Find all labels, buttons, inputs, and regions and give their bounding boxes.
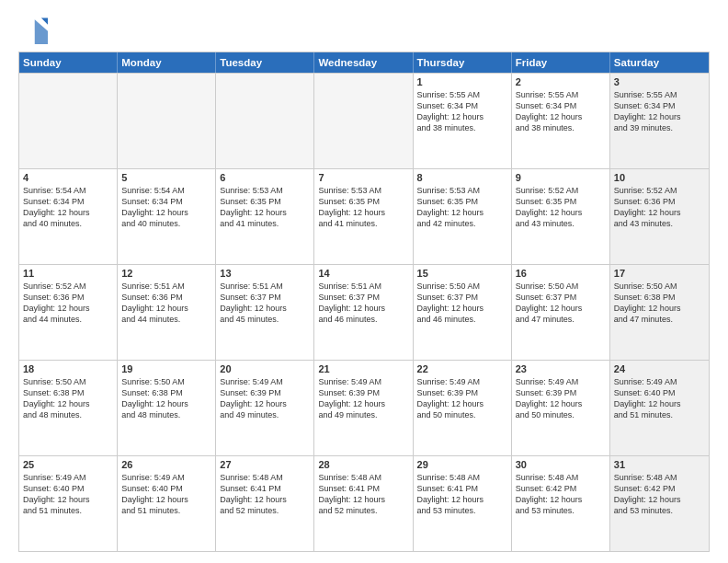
day-number: 16	[516, 268, 606, 279]
cal-cell-day-28: 28Sunrise: 5:48 AM Sunset: 6:41 PM Dayli…	[314, 456, 413, 551]
day-number: 6	[220, 172, 310, 183]
cal-cell-empty	[314, 74, 413, 168]
header	[18, 15, 710, 44]
cell-info: Sunrise: 5:51 AM Sunset: 6:37 PM Dayligh…	[318, 281, 408, 326]
calendar: SundayMondayTuesdayWednesdayThursdayFrid…	[18, 52, 710, 552]
cal-cell-day-20: 20Sunrise: 5:49 AM Sunset: 6:39 PM Dayli…	[216, 361, 314, 455]
day-number: 21	[318, 363, 408, 374]
day-number: 4	[23, 172, 113, 183]
cal-cell-day-11: 11Sunrise: 5:52 AM Sunset: 6:36 PM Dayli…	[19, 265, 118, 360]
cal-cell-day-14: 14Sunrise: 5:51 AM Sunset: 6:37 PM Dayli…	[314, 265, 413, 360]
cal-cell-day-18: 18Sunrise: 5:50 AM Sunset: 6:38 PM Dayli…	[19, 361, 118, 455]
day-number: 8	[417, 172, 507, 183]
cal-cell-day-19: 19Sunrise: 5:50 AM Sunset: 6:38 PM Dayli…	[118, 361, 216, 455]
cal-cell-day-21: 21Sunrise: 5:49 AM Sunset: 6:39 PM Dayli…	[314, 361, 413, 455]
cell-info: Sunrise: 5:49 AM Sunset: 6:39 PM Dayligh…	[318, 376, 408, 421]
cal-cell-day-15: 15Sunrise: 5:50 AM Sunset: 6:37 PM Dayli…	[414, 265, 512, 360]
calendar-header-row: SundayMondayTuesdayWednesdayThursdayFrid…	[19, 52, 709, 73]
cell-info: Sunrise: 5:52 AM Sunset: 6:36 PM Dayligh…	[23, 281, 113, 326]
cal-cell-day-26: 26Sunrise: 5:49 AM Sunset: 6:40 PM Dayli…	[118, 456, 216, 551]
cal-cell-day-27: 27Sunrise: 5:48 AM Sunset: 6:41 PM Dayli…	[216, 456, 314, 551]
day-number: 26	[121, 459, 211, 470]
cell-info: Sunrise: 5:49 AM Sunset: 6:40 PM Dayligh…	[23, 472, 113, 517]
cal-header-wednesday: Wednesday	[314, 52, 413, 73]
cell-info: Sunrise: 5:54 AM Sunset: 6:34 PM Dayligh…	[121, 185, 211, 230]
calendar-body: 1Sunrise: 5:55 AM Sunset: 6:34 PM Daylig…	[19, 73, 709, 551]
cell-info: Sunrise: 5:53 AM Sunset: 6:35 PM Dayligh…	[220, 185, 310, 230]
day-number: 28	[318, 459, 408, 470]
day-number: 10	[614, 172, 705, 183]
day-number: 12	[121, 268, 211, 279]
cal-cell-day-17: 17Sunrise: 5:50 AM Sunset: 6:38 PM Dayli…	[610, 265, 709, 360]
day-number: 19	[121, 363, 211, 374]
day-number: 9	[516, 172, 606, 183]
day-number: 5	[121, 172, 211, 183]
cal-cell-day-3: 3Sunrise: 5:55 AM Sunset: 6:34 PM Daylig…	[610, 74, 709, 168]
cal-cell-day-24: 24Sunrise: 5:49 AM Sunset: 6:40 PM Dayli…	[610, 361, 709, 455]
cal-cell-empty	[216, 74, 314, 168]
day-number: 13	[220, 268, 310, 279]
cal-header-thursday: Thursday	[414, 52, 512, 73]
cell-info: Sunrise: 5:48 AM Sunset: 6:41 PM Dayligh…	[318, 472, 408, 517]
cal-cell-day-10: 10Sunrise: 5:52 AM Sunset: 6:36 PM Dayli…	[610, 169, 709, 264]
cal-cell-empty	[19, 74, 118, 168]
cal-cell-day-6: 6Sunrise: 5:53 AM Sunset: 6:35 PM Daylig…	[216, 169, 314, 264]
cal-cell-day-16: 16Sunrise: 5:50 AM Sunset: 6:37 PM Dayli…	[512, 265, 610, 360]
day-number: 30	[516, 459, 606, 470]
cal-row-2: 11Sunrise: 5:52 AM Sunset: 6:36 PM Dayli…	[19, 264, 709, 360]
cal-cell-day-29: 29Sunrise: 5:48 AM Sunset: 6:41 PM Dayli…	[414, 456, 512, 551]
cal-row-1: 4Sunrise: 5:54 AM Sunset: 6:34 PM Daylig…	[19, 168, 709, 264]
cal-cell-day-13: 13Sunrise: 5:51 AM Sunset: 6:37 PM Dayli…	[216, 265, 314, 360]
cell-info: Sunrise: 5:49 AM Sunset: 6:39 PM Dayligh…	[516, 376, 606, 421]
cell-info: Sunrise: 5:49 AM Sunset: 6:40 PM Dayligh…	[121, 472, 211, 517]
cell-info: Sunrise: 5:54 AM Sunset: 6:34 PM Dayligh…	[23, 185, 113, 230]
day-number: 23	[516, 363, 606, 374]
page: SundayMondayTuesdayWednesdayThursdayFrid…	[0, 0, 728, 563]
logo-icon	[18, 15, 48, 44]
day-number: 17	[614, 268, 705, 279]
cell-info: Sunrise: 5:48 AM Sunset: 6:42 PM Dayligh…	[516, 472, 606, 517]
cal-header-sunday: Sunday	[19, 52, 118, 73]
cal-cell-day-5: 5Sunrise: 5:54 AM Sunset: 6:34 PM Daylig…	[118, 169, 216, 264]
cell-info: Sunrise: 5:52 AM Sunset: 6:36 PM Dayligh…	[614, 185, 705, 230]
day-number: 22	[417, 363, 507, 374]
day-number: 2	[516, 76, 606, 87]
cal-cell-day-22: 22Sunrise: 5:49 AM Sunset: 6:39 PM Dayli…	[414, 361, 512, 455]
cell-info: Sunrise: 5:53 AM Sunset: 6:35 PM Dayligh…	[417, 185, 507, 230]
day-number: 7	[318, 172, 408, 183]
cal-row-0: 1Sunrise: 5:55 AM Sunset: 6:34 PM Daylig…	[19, 73, 709, 168]
cell-info: Sunrise: 5:49 AM Sunset: 6:39 PM Dayligh…	[417, 376, 507, 421]
day-number: 25	[23, 459, 113, 470]
cell-info: Sunrise: 5:55 AM Sunset: 6:34 PM Dayligh…	[614, 89, 705, 134]
cal-cell-day-8: 8Sunrise: 5:53 AM Sunset: 6:35 PM Daylig…	[414, 169, 512, 264]
cell-info: Sunrise: 5:50 AM Sunset: 6:37 PM Dayligh…	[417, 281, 507, 326]
day-number: 15	[417, 268, 507, 279]
cal-cell-day-7: 7Sunrise: 5:53 AM Sunset: 6:35 PM Daylig…	[314, 169, 413, 264]
cal-cell-day-31: 31Sunrise: 5:48 AM Sunset: 6:42 PM Dayli…	[610, 456, 709, 551]
day-number: 11	[23, 268, 113, 279]
day-number: 1	[417, 76, 507, 87]
logo	[18, 15, 53, 44]
day-number: 18	[23, 363, 113, 374]
cell-info: Sunrise: 5:53 AM Sunset: 6:35 PM Dayligh…	[318, 185, 408, 230]
cal-header-friday: Friday	[512, 52, 610, 73]
cal-cell-day-12: 12Sunrise: 5:51 AM Sunset: 6:36 PM Dayli…	[118, 265, 216, 360]
cell-info: Sunrise: 5:50 AM Sunset: 6:38 PM Dayligh…	[23, 376, 113, 421]
cal-header-tuesday: Tuesday	[216, 52, 314, 73]
day-number: 31	[614, 459, 705, 470]
cal-cell-day-1: 1Sunrise: 5:55 AM Sunset: 6:34 PM Daylig…	[414, 74, 512, 168]
day-number: 29	[417, 459, 507, 470]
cell-info: Sunrise: 5:49 AM Sunset: 6:39 PM Dayligh…	[220, 376, 310, 421]
cell-info: Sunrise: 5:55 AM Sunset: 6:34 PM Dayligh…	[417, 89, 507, 134]
day-number: 20	[220, 363, 310, 374]
day-number: 24	[614, 363, 705, 374]
cal-cell-empty	[118, 74, 216, 168]
cal-cell-day-2: 2Sunrise: 5:55 AM Sunset: 6:34 PM Daylig…	[512, 74, 610, 168]
day-number: 14	[318, 268, 408, 279]
cell-info: Sunrise: 5:55 AM Sunset: 6:34 PM Dayligh…	[516, 89, 606, 134]
cell-info: Sunrise: 5:52 AM Sunset: 6:35 PM Dayligh…	[516, 185, 606, 230]
cal-row-4: 25Sunrise: 5:49 AM Sunset: 6:40 PM Dayli…	[19, 455, 709, 551]
cal-cell-day-23: 23Sunrise: 5:49 AM Sunset: 6:39 PM Dayli…	[512, 361, 610, 455]
cell-info: Sunrise: 5:50 AM Sunset: 6:38 PM Dayligh…	[121, 376, 211, 421]
cell-info: Sunrise: 5:48 AM Sunset: 6:41 PM Dayligh…	[417, 472, 507, 517]
